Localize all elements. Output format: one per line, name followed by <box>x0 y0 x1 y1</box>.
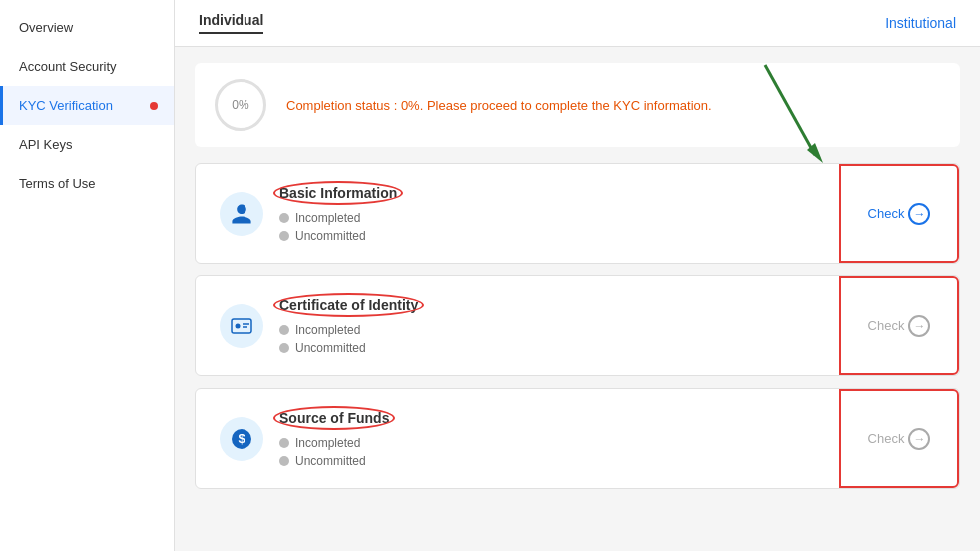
sidebar-item-label: API Keys <box>19 137 72 152</box>
completion-status-bar: 0% Completion status : 0%. Please procee… <box>195 63 960 147</box>
basic-info-title: Basic Information <box>279 185 397 201</box>
id-card-icon <box>230 314 253 338</box>
dollar-icon: $ <box>230 427 253 451</box>
sidebar-item-api-keys[interactable]: API Keys <box>0 125 174 164</box>
cert-title: Certificate of Identity <box>279 297 418 313</box>
arrow-circle-icon: → <box>908 315 930 337</box>
sidebar-item-label: Overview <box>19 20 73 35</box>
arrow-circle-icon: → <box>908 203 930 225</box>
sidebar-item-kyc-verification[interactable]: KYC Verification <box>0 86 174 125</box>
basic-info-status-incompleted: Incompleted <box>279 211 935 225</box>
status-dot <box>279 325 289 335</box>
basic-info-status-uncommitted: Uncommitted <box>279 229 935 243</box>
sidebar-item-label: Account Security <box>19 59 117 74</box>
check-label: Check <box>868 431 905 446</box>
sidebar-item-label: KYC Verification <box>19 98 113 113</box>
status-label: Uncommitted <box>295 229 366 243</box>
status-label: Incompleted <box>295 323 360 337</box>
tab-institutional[interactable]: Institutional <box>885 15 956 31</box>
svg-text:$: $ <box>238 431 245 446</box>
tab-individual[interactable]: Individual <box>199 12 263 34</box>
kyc-section-certificate-identity: Certificate of Identity Incompleted Unco… <box>195 276 960 376</box>
basic-info-check-panel: Check → <box>839 164 959 263</box>
status-dot <box>279 343 289 353</box>
cert-status-incompleted: Incompleted <box>279 323 935 337</box>
funds-icon-container: $ <box>220 417 263 461</box>
status-label: Incompleted <box>295 436 360 450</box>
progress-circle: 0% <box>215 79 266 131</box>
funds-check-panel: Check → <box>839 389 959 488</box>
status-label: Uncommitted <box>295 454 366 468</box>
funds-status-uncommitted: Uncommitted <box>279 454 935 468</box>
basic-info-icon-container <box>220 192 263 236</box>
status-dot <box>279 213 289 223</box>
completion-message: Completion status : 0%. Please proceed t… <box>286 98 712 113</box>
status-label: Incompleted <box>295 211 360 225</box>
kyc-section-basic-information: Basic Information Incompleted Uncommitte… <box>195 163 960 264</box>
funds-title: Source of Funds <box>279 410 389 426</box>
cert-content: Certificate of Identity Incompleted Unco… <box>279 296 935 355</box>
sidebar: Overview Account Security KYC Verificati… <box>0 0 175 551</box>
svg-point-1 <box>236 323 241 328</box>
basic-info-check-button[interactable]: Check → <box>868 203 931 225</box>
svg-rect-0 <box>232 319 251 333</box>
main-content: Individual Institutional 0% Completion s… <box>175 0 980 551</box>
kyc-section-source-of-funds: $ Source of Funds Incompleted Uncommitte… <box>195 388 960 489</box>
funds-content: Source of Funds Incompleted Uncommitted <box>279 409 935 468</box>
cert-check-panel: Check → <box>839 276 959 375</box>
sidebar-item-overview[interactable]: Overview <box>0 8 174 47</box>
active-indicator <box>150 102 158 110</box>
check-label: Check <box>868 206 905 221</box>
arrow-circle-icon: → <box>908 428 930 450</box>
progress-percent: 0% <box>232 98 248 112</box>
status-dot <box>279 438 289 448</box>
funds-status-incompleted: Incompleted <box>279 436 935 450</box>
tab-header: Individual Institutional <box>175 0 980 47</box>
cert-status-uncommitted: Uncommitted <box>279 341 935 355</box>
status-dot <box>279 231 289 241</box>
basic-info-content: Basic Information Incompleted Uncommitte… <box>279 184 935 243</box>
cert-check-button[interactable]: Check → <box>868 315 931 337</box>
cert-icon-container <box>220 304 263 348</box>
person-icon <box>230 202 253 226</box>
sidebar-item-terms-of-use[interactable]: Terms of Use <box>0 164 174 203</box>
status-dot <box>279 456 289 466</box>
status-label: Uncommitted <box>295 341 366 355</box>
sidebar-item-label: Terms of Use <box>19 176 96 191</box>
check-label: Check <box>868 318 905 333</box>
funds-check-button[interactable]: Check → <box>868 428 931 450</box>
sidebar-item-account-security[interactable]: Account Security <box>0 47 174 86</box>
